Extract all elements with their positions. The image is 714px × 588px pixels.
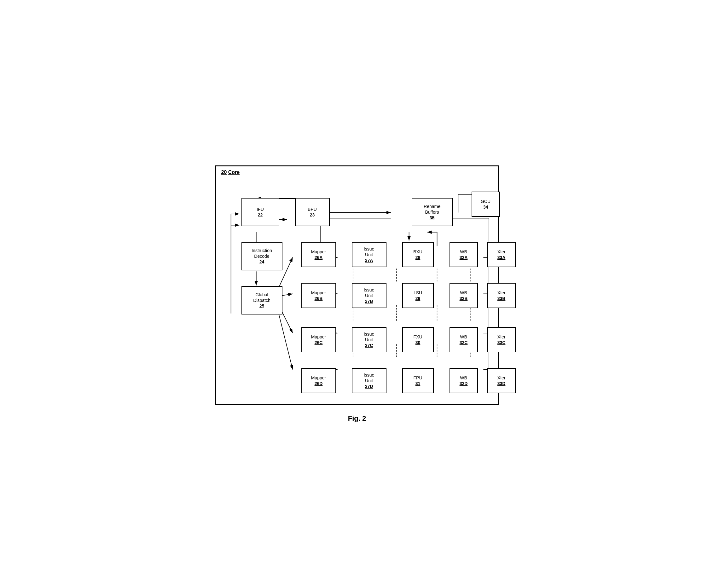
bpu-num: 23: [310, 212, 315, 218]
gcu-num: 34: [483, 204, 488, 210]
diagram-outer: 20 Core: [215, 165, 499, 405]
mapper26c-num: 26C: [314, 340, 323, 345]
issue27a-label: IssueUnit: [364, 246, 374, 257]
issue27a-box: IssueUnit 27A: [352, 242, 386, 267]
fig-label: Fig. 2: [215, 414, 499, 423]
issue27d-box: IssueUnit 27D: [352, 368, 386, 393]
mapper26c-label: Mapper: [311, 334, 326, 340]
fpu31-box: FPU 31: [402, 368, 434, 393]
fxu30-box: FXU 30: [402, 327, 434, 352]
xfer33c-label: Xfer: [497, 334, 506, 340]
xfer33a-label: Xfer: [497, 249, 506, 255]
issue27b-label: IssueUnit: [364, 287, 374, 298]
fxu30-num: 30: [415, 340, 421, 345]
ifu-label: IFU: [257, 206, 264, 212]
id-num: 24: [260, 259, 264, 265]
fpu31-label: FPU: [413, 375, 423, 381]
rename-num: 35: [430, 215, 435, 220]
xfer33c-num: 33C: [497, 340, 506, 345]
mapper26b-box: Mapper 26B: [301, 283, 336, 308]
bxu28-num: 28: [415, 255, 421, 260]
rename-box: RenameBuffers 35: [412, 198, 453, 226]
wb32b-box: WB 32B: [450, 283, 478, 308]
id-box: InstructionDecode 24: [242, 242, 282, 270]
mapper26b-num: 26B: [314, 296, 323, 301]
gcu-box: GCU 34: [472, 192, 500, 217]
issue27c-box: IssueUnit 27C: [352, 327, 386, 352]
wb32d-box: WB 32D: [450, 368, 478, 393]
issue27c-label: IssueUnit: [364, 331, 374, 342]
xfer33b-box: Xfer 33B: [487, 283, 516, 308]
xfer33d-num: 33D: [497, 381, 506, 386]
page-wrapper: 20 Core: [215, 165, 499, 423]
lsu29-box: LSU 29: [402, 283, 434, 308]
issue27a-num: 27A: [365, 257, 373, 263]
issue27b-num: 27B: [365, 298, 373, 304]
gd-num: 25: [260, 303, 264, 309]
gd-label: GlobalDispatch: [253, 292, 270, 303]
xfer33d-box: Xfer 33D: [487, 368, 516, 393]
mapper26a-label: Mapper: [311, 249, 326, 255]
mapper26d-num: 26D: [314, 381, 323, 386]
wb32c-label: WB: [460, 334, 467, 340]
core-number: 20: [221, 170, 227, 175]
mapper26d-label: Mapper: [311, 375, 326, 381]
xfer33d-label: Xfer: [497, 375, 506, 381]
wb32b-label: WB: [460, 290, 467, 296]
bxu28-box: BXU 28: [402, 242, 434, 267]
mapper26d-box: Mapper 26D: [301, 368, 336, 393]
xfer33a-box: Xfer 33A: [487, 242, 516, 267]
mapper26c-box: Mapper 26C: [301, 327, 336, 352]
issue27b-box: IssueUnit 27B: [352, 283, 386, 308]
rename-label: RenameBuffers: [424, 204, 441, 215]
bxu28-label: BXU: [413, 249, 423, 255]
mapper26a-box: Mapper 26A: [301, 242, 336, 267]
mapper26b-label: Mapper: [311, 290, 326, 296]
wb32c-box: WB 32C: [450, 327, 478, 352]
issue27c-num: 27C: [365, 342, 373, 348]
issue27d-num: 27D: [365, 383, 373, 389]
fxu30-label: FXU: [413, 334, 423, 340]
wb32a-box: WB 32A: [450, 242, 478, 267]
core-title: 20 Core: [221, 170, 240, 175]
issue27d-label: IssueUnit: [364, 372, 374, 383]
wb32d-num: 32D: [460, 381, 468, 386]
lsu29-label: LSU: [413, 290, 422, 296]
bpu-box: BPU 23: [295, 198, 330, 226]
bpu-label: BPU: [308, 206, 317, 212]
core-label: Core: [228, 170, 240, 175]
fpu31-num: 31: [415, 381, 421, 386]
lsu29-num: 29: [415, 296, 421, 301]
wb32c-num: 32C: [460, 340, 468, 345]
gcu-label: GCU: [481, 198, 490, 204]
xfer33b-label: Xfer: [497, 290, 506, 296]
gd-box: GlobalDispatch 25: [242, 286, 282, 314]
wb32a-label: WB: [460, 249, 467, 255]
wb32d-label: WB: [460, 375, 467, 381]
ifu-num: 22: [258, 212, 263, 218]
xfer33b-num: 33B: [497, 296, 506, 301]
wb32b-num: 32B: [460, 296, 468, 301]
ifu-box: IFU 22: [242, 198, 279, 226]
mapper26a-num: 26A: [314, 255, 323, 260]
wb32a-num: 32A: [460, 255, 468, 260]
xfer33c-box: Xfer 33C: [487, 327, 516, 352]
id-label: InstructionDecode: [251, 248, 272, 259]
xfer33a-num: 33A: [497, 255, 506, 260]
